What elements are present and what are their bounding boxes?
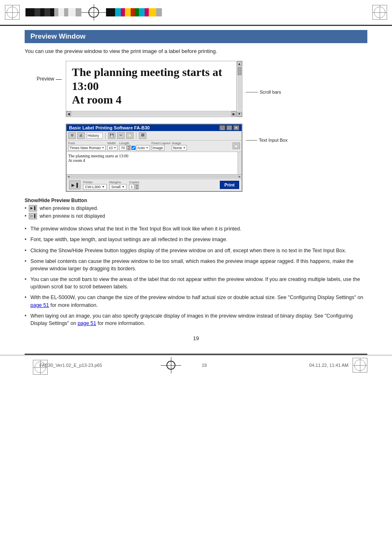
bullet-7-link[interactable]: page 51 [78,320,96,326]
bullet-item-5: • You can use the scroll bars to view th… [25,276,367,290]
margins-label: Margins [109,180,127,184]
sw-text-line1: The planning meeting starts at 13:00 [68,154,240,158]
bullet-item-2: • Font, tape width, tape length, and lay… [25,236,367,243]
preview-label-area: Preview — [25,61,62,82]
sw-text-line2: At room 4 [68,158,240,163]
section-title: Preview Window [30,32,85,40]
preview-scrollbar-v[interactable]: ▲ ▼ [236,61,242,117]
sw-preview-btn[interactable]: ▶▐ [69,180,81,189]
sw-titlebar-btns: _ □ × [219,125,239,130]
sw-toolbar: ⚙ 🖨 History 💾 ✂ 📋 🖼 [67,131,242,140]
show-hide-section: Show/Hide Preview Button • ▶▐ when previ… [25,198,367,219]
scroll-thumb-v[interactable] [238,67,242,75]
show-hide-title: Show/Hide Preview Button [25,198,367,203]
sw-text-scrollbar[interactable] [238,152,242,174]
length-down[interactable]: ▼ [127,148,131,150]
scroll-up-arrow[interactable]: ▲ [237,61,242,66]
bullet-1-text: The preview window shows what the text i… [30,225,367,233]
bullets-section: • The preview window shows what the text… [25,225,367,327]
printer-value: CW-L300 [85,185,101,189]
auto-checkbox[interactable] [131,146,136,150]
bullet-6-text: With the EL-5000W, you can change the si… [30,294,367,309]
tb-icon-3[interactable]: 💾 [108,132,115,139]
tb-icon-4[interactable]: ✂ [117,132,125,139]
font-label: Font [68,141,106,145]
scroll-left-arrow[interactable]: ◀ [66,111,71,116]
fixed-layout-label-val: Image [153,146,163,150]
copies-label: Copies [129,180,139,184]
width-value: 10 [108,146,113,150]
tb-icon-right[interactable]: 📋 [233,143,240,149]
image-val-select[interactable]: None ▼ [172,145,187,151]
length-up[interactable]: ▲ [127,145,131,147]
copies-value: 1 [131,185,133,189]
sw-bottom-bar: ▶▐ Printer CW-L300 ▼ Margins [67,179,242,191]
scroll-down-arrow[interactable]: ▼ [237,112,242,117]
auto-select[interactable]: Auto ▼ [136,145,150,151]
sw-h-scrollbar[interactable]: ◀ ▶ [67,175,242,179]
preview-and-annot: The planning meeting starts at 13:00 At … [66,61,288,117]
bullet-2-dot: • [25,236,30,243]
bottom-crosshair [161,357,181,373]
toolbar-sep2 [136,132,136,139]
width-select[interactable]: 10 ▼ [107,145,118,151]
copies-up[interactable]: ▲ [135,184,139,187]
section-header: Preview Window [25,30,367,43]
print-button[interactable]: Print [220,181,239,189]
preview-scrollbar-h[interactable]: ◀ ▶ [66,111,236,117]
scroll-right-arrow[interactable]: ▶ [231,111,236,116]
width-select-arrow: ▼ [113,146,116,149]
tb-icon-1[interactable]: ⚙ [68,132,76,139]
main-content: Preview Window You can use the preview w… [0,26,392,354]
font-select[interactable]: Times New Roman ▼ [68,145,106,151]
tb-icon-2[interactable]: 🖨 [77,132,85,139]
length-label: Length [119,141,150,145]
preview-text-line1: The planning meeting starts at 13:00 [72,65,232,93]
annotation-lines: Scroll bars [246,61,281,114]
bullet-dot-2: • [25,213,26,219]
sw-titlebar: Basic Label Printing Software FA-B30 _ □… [67,124,242,131]
image-field-group: Image None ▼ [172,141,187,151]
preview-area: Preview — The planning meeting starts at… [25,61,367,192]
sw-h-scroll-right[interactable]: ▶ [239,175,241,178]
margins-select[interactable]: Small ▼ [109,184,127,190]
fixed-layout-label: Fixed Layout [152,141,171,145]
auto-select-arrow: ▼ [146,146,149,149]
copies-input[interactable]: 1 [129,184,134,190]
image-field-label: Image [172,141,187,145]
footer-left: FAB30_Ver1.02_E_p13-23.p65 [39,363,148,368]
sw-close-btn[interactable]: × [233,125,239,130]
tb-icon-5[interactable]: 📋 [126,132,134,139]
image-select-arrow: ▼ [183,146,186,149]
preview-label: Preview [37,76,54,82]
scrollbars-line [246,92,258,92]
width-label: Width [107,141,118,145]
bullet-item-1: • The preview window shows what the text… [25,225,367,233]
show-hide-text1: when preview is displayed. [39,205,98,211]
printer-select-arrow: ▼ [102,185,105,188]
bullet-6-link[interactable]: page 51 [30,302,49,308]
sw-text-area[interactable]: The planning meeting starts at 13:00 At … [67,152,242,175]
length-spinner[interactable]: ▲ ▼ [127,145,131,150]
footer-right: 04.11.22, 11:41 AM [240,363,348,368]
bullet-7-dot: • [25,313,30,320]
scroll-track-v [238,67,242,111]
margins-field: Margins Small ▼ [109,180,127,190]
margins-select-arrow: ▼ [122,185,125,188]
auto-label: Auto [137,146,145,150]
length-input[interactable]: 70 [119,145,127,151]
copies-spinner[interactable]: ▲ ▼ [135,184,139,189]
printer-select[interactable]: CW-L300 ▼ [83,184,107,190]
image-select[interactable]: Image [152,145,164,151]
copies-down[interactable]: ▼ [135,187,139,189]
tb-icon-6[interactable]: 🖼 [139,132,146,139]
font-field-group: Font Times New Roman ▼ [68,141,106,151]
history-field[interactable]: History [86,133,103,138]
sw-minimize-btn[interactable]: _ [219,125,225,130]
bullet-3-text: Clicking the Show/Hide Preview button to… [30,247,367,254]
sw-title: Basic Label Printing Software FA-B30 [69,125,150,130]
show-hide-icon1: ▶▐ [29,205,37,212]
sw-maximize-btn[interactable]: □ [226,125,232,130]
length-field-group: Length 70 ▲ ▼ [119,141,150,151]
length-value: 70 [121,146,125,150]
